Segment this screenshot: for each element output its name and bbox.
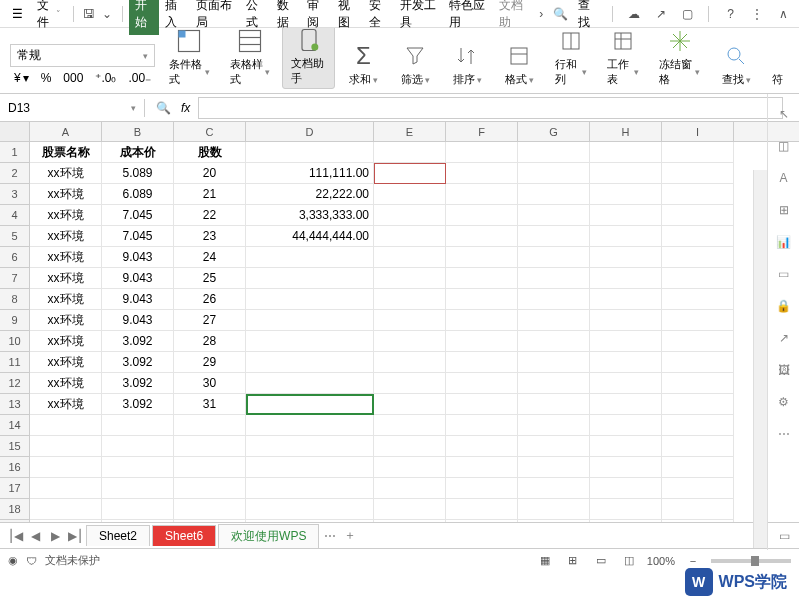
cell[interactable]: xx环境 bbox=[30, 205, 102, 226]
more-icon[interactable]: ⋮ bbox=[748, 4, 767, 24]
cell[interactable]: 22,222.00 bbox=[246, 184, 374, 205]
cell[interactable]: xx环境 bbox=[30, 247, 102, 268]
cell[interactable]: 3.092 bbox=[102, 331, 174, 352]
cell[interactable] bbox=[374, 415, 446, 436]
view-normal-icon[interactable]: ▦ bbox=[535, 551, 555, 571]
chart-icon[interactable]: 📊 bbox=[774, 232, 794, 252]
cell[interactable] bbox=[590, 142, 662, 163]
cell[interactable]: 6.089 bbox=[102, 184, 174, 205]
cell[interactable]: 9.043 bbox=[102, 268, 174, 289]
sort-btn[interactable]: 排序▾ bbox=[443, 38, 491, 89]
cell[interactable] bbox=[662, 205, 734, 226]
sheet-first-icon[interactable]: ⎮◀ bbox=[6, 529, 24, 543]
cell[interactable] bbox=[590, 415, 662, 436]
cell[interactable] bbox=[518, 394, 590, 415]
row-header[interactable]: 9 bbox=[0, 310, 30, 331]
col-header-A[interactable]: A bbox=[30, 122, 102, 141]
cell[interactable] bbox=[374, 289, 446, 310]
cell[interactable]: xx环境 bbox=[30, 268, 102, 289]
cell[interactable]: xx环境 bbox=[30, 373, 102, 394]
cell[interactable] bbox=[102, 415, 174, 436]
dec-decimal-btn[interactable]: .00₋ bbox=[124, 69, 155, 87]
row-header[interactable]: 4 bbox=[0, 205, 30, 226]
tab-view[interactable]: 视图 bbox=[332, 0, 363, 35]
sheet-tab-welcome[interactable]: 欢迎使用WPS bbox=[218, 524, 319, 548]
menu-icon[interactable]: ☰ bbox=[6, 5, 29, 23]
cell[interactable] bbox=[374, 268, 446, 289]
col-header-C[interactable]: C bbox=[174, 122, 246, 141]
col-header-B[interactable]: B bbox=[102, 122, 174, 141]
cell[interactable] bbox=[590, 226, 662, 247]
cell[interactable] bbox=[662, 247, 734, 268]
row-header[interactable]: 11 bbox=[0, 352, 30, 373]
cell[interactable] bbox=[374, 373, 446, 394]
cell[interactable] bbox=[246, 331, 374, 352]
cell[interactable] bbox=[374, 331, 446, 352]
row-header[interactable]: 2 bbox=[0, 163, 30, 184]
row-header[interactable]: 15 bbox=[0, 436, 30, 457]
select-all-corner[interactable] bbox=[0, 122, 30, 141]
tab-special[interactable]: 特色应用 bbox=[443, 0, 493, 35]
cell[interactable] bbox=[662, 226, 734, 247]
row-header[interactable]: 7 bbox=[0, 268, 30, 289]
window-icon[interactable]: ▢ bbox=[678, 4, 697, 24]
cell[interactable]: 7.045 bbox=[102, 205, 174, 226]
cell[interactable] bbox=[30, 457, 102, 478]
col-header-I[interactable]: I bbox=[662, 122, 734, 141]
share-icon[interactable]: ↗ bbox=[651, 4, 670, 24]
cell[interactable]: 31 bbox=[174, 394, 246, 415]
cell[interactable] bbox=[590, 268, 662, 289]
record-icon[interactable]: ◉ bbox=[8, 554, 18, 567]
settings-icon[interactable]: ⚙ bbox=[774, 392, 794, 412]
cell[interactable]: 44,444,444.00 bbox=[246, 226, 374, 247]
cell[interactable] bbox=[590, 457, 662, 478]
cell[interactable] bbox=[446, 184, 518, 205]
row-header[interactable]: 13 bbox=[0, 394, 30, 415]
cell[interactable]: 29 bbox=[174, 352, 246, 373]
tab-overflow-icon[interactable]: › bbox=[533, 4, 549, 24]
save-icon[interactable]: 🖫 bbox=[80, 4, 97, 24]
cell[interactable] bbox=[590, 247, 662, 268]
cell[interactable] bbox=[446, 499, 518, 520]
cell[interactable] bbox=[102, 457, 174, 478]
cell[interactable]: 成本价 bbox=[102, 142, 174, 163]
tab-home[interactable]: 开始 bbox=[129, 0, 160, 35]
cell[interactable] bbox=[518, 373, 590, 394]
panel-icon[interactable]: ▭ bbox=[774, 264, 794, 284]
cell[interactable] bbox=[174, 457, 246, 478]
undo-dropdown-icon[interactable]: ⌄ bbox=[99, 4, 116, 24]
row-header[interactable]: 1 bbox=[0, 142, 30, 163]
search-icon[interactable]: 🔍 bbox=[551, 4, 570, 24]
cell[interactable]: 5.089 bbox=[102, 163, 174, 184]
cell[interactable] bbox=[446, 205, 518, 226]
image-icon[interactable]: 🖼 bbox=[774, 360, 794, 380]
symbol-btn[interactable]: 符 bbox=[764, 70, 791, 89]
currency-btn[interactable]: ¥▾ bbox=[10, 69, 33, 87]
cell[interactable] bbox=[174, 478, 246, 499]
doc-helper-btn[interactable]: 文档助手 bbox=[282, 28, 335, 89]
cell[interactable] bbox=[518, 478, 590, 499]
cell[interactable]: xx环境 bbox=[30, 226, 102, 247]
cell[interactable] bbox=[518, 352, 590, 373]
row-header[interactable]: 5 bbox=[0, 226, 30, 247]
cell[interactable] bbox=[518, 247, 590, 268]
cell[interactable] bbox=[246, 394, 374, 415]
cell[interactable]: 27 bbox=[174, 310, 246, 331]
cell[interactable] bbox=[246, 520, 374, 522]
cell[interactable] bbox=[246, 247, 374, 268]
cell[interactable] bbox=[246, 310, 374, 331]
cell[interactable] bbox=[246, 457, 374, 478]
tab-dochelp[interactable]: 文档助 bbox=[493, 0, 533, 35]
help-icon[interactable]: ? bbox=[721, 4, 740, 24]
cell[interactable] bbox=[102, 520, 174, 522]
sheet-tab-sheet6[interactable]: Sheet6 bbox=[152, 525, 216, 546]
find-fx-icon[interactable]: 🔍 bbox=[153, 98, 173, 118]
cell[interactable]: xx环境 bbox=[30, 352, 102, 373]
cell[interactable]: 9.043 bbox=[102, 289, 174, 310]
cell[interactable] bbox=[446, 373, 518, 394]
cell[interactable] bbox=[446, 268, 518, 289]
cell[interactable] bbox=[518, 226, 590, 247]
row-header[interactable]: 3 bbox=[0, 184, 30, 205]
cell[interactable]: 26 bbox=[174, 289, 246, 310]
cell[interactable] bbox=[518, 499, 590, 520]
